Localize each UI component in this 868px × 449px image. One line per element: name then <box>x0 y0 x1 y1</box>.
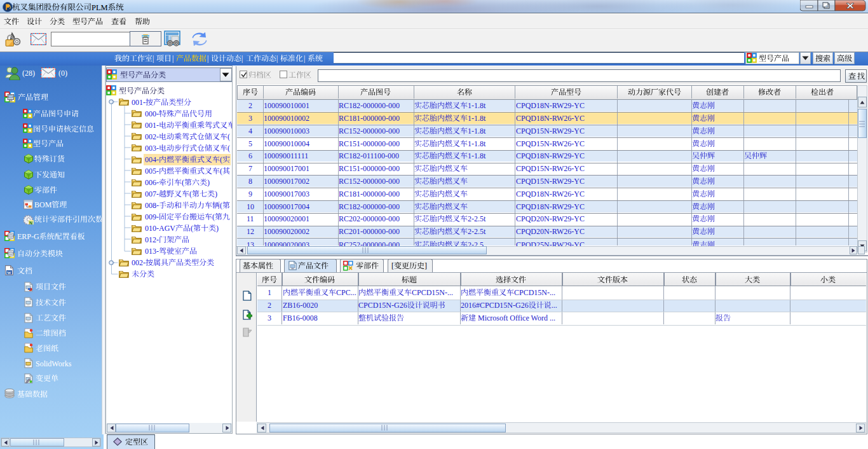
svg-text:10: 10 <box>247 202 254 211</box>
svg-text:|: | <box>241 54 243 63</box>
svg-text:|: | <box>172 54 173 63</box>
svg-text:CPQD15N-RW29-YC: CPQD15N-RW29-YC <box>516 127 585 135</box>
svg-text:008-: 008- <box>145 201 159 210</box>
svg-text:6: 6 <box>248 151 252 160</box>
svg-text:CPQD15N-RW26-YC: CPQD15N-RW26-YC <box>516 164 585 173</box>
svg-text:]: ] <box>424 261 427 270</box>
svg-text:): ) <box>207 178 210 187</box>
svg-text:BOM: BOM <box>34 200 52 209</box>
svg-text:RC152-000000-000: RC152-000000-000 <box>339 177 400 186</box>
svg-text:001-: 001- <box>132 98 146 107</box>
svg-text:3: 3 <box>268 314 271 322</box>
svg-text:100090010003: 100090010003 <box>264 127 309 135</box>
svg-text:100090017002: 100090017002 <box>264 177 309 186</box>
svg-text:(0): (0) <box>58 69 67 78</box>
svg-text:2-2.5t: 2-2.5t <box>468 214 486 223</box>
svg-text:002-: 002- <box>132 258 146 267</box>
svg-text:006-: 006- <box>145 178 159 187</box>
svg-text:FB16-0008: FB16-0008 <box>283 314 318 322</box>
svg-text:RC182-000000-000: RC182-000000-000 <box>339 101 400 110</box>
svg-text:009-: 009- <box>145 212 159 221</box>
svg-text:(: ( <box>212 212 215 221</box>
svg-text:CPCD15N-...: CPCD15N-... <box>514 288 555 297</box>
svg-text:2: 2 <box>268 301 271 310</box>
svg-text:RC201-000000-000: RC201-000000-000 <box>339 227 400 236</box>
svg-text:1-1.8t: 1-1.8t <box>468 127 486 135</box>
svg-text:(: ( <box>227 132 230 141</box>
svg-text:8: 8 <box>248 177 252 186</box>
svg-text:100090010001: 100090010001 <box>264 101 309 110</box>
svg-text:(: ( <box>189 190 192 198</box>
svg-text:001-: 001- <box>145 121 159 130</box>
svg-text:100090017001: 100090017001 <box>264 164 309 173</box>
svg-text:RC151-000000-000: RC151-000000-000 <box>339 139 400 148</box>
svg-text:(: ( <box>227 144 230 153</box>
svg-text:9: 9 <box>248 190 252 198</box>
svg-text:2016#CPCD15N-G26: 2016#CPCD15N-G26 <box>461 301 529 310</box>
svg-text:100090010004: 100090010004 <box>264 139 309 148</box>
svg-text:1: 1 <box>268 288 271 297</box>
svg-text:(: ( <box>220 155 222 164</box>
svg-text:): ) <box>216 224 219 233</box>
svg-text:CPCD15N-...: CPCD15N-... <box>412 288 453 297</box>
svg-text:|: | <box>207 54 208 63</box>
svg-text:Microsoft Office Word ...: Microsoft Office Word ... <box>476 314 555 322</box>
svg-text:013-: 013- <box>145 247 159 256</box>
svg-text:CPQD18N-RW26-YC: CPQD18N-RW26-YC <box>516 114 585 123</box>
svg-text:1-1.8t: 1-1.8t <box>468 139 486 148</box>
svg-text:(28): (28) <box>22 69 35 78</box>
svg-text:12: 12 <box>247 227 254 236</box>
svg-text:CPC...: CPC... <box>336 288 356 297</box>
svg-text:|: | <box>304 54 305 63</box>
svg-text:2: 2 <box>248 101 252 110</box>
svg-text:CPCD15N-G26: CPCD15N-G26 <box>358 301 407 310</box>
svg-text:100090017003: 100090017003 <box>264 190 309 198</box>
svg-text:CPQD18N-RW26-YC: CPQD18N-RW26-YC <box>516 190 585 198</box>
svg-text:...: ... <box>552 301 557 310</box>
svg-text:002-: 002- <box>145 132 159 141</box>
svg-text:RC151-000000-000: RC151-000000-000 <box>339 164 400 173</box>
svg-text:2-2.5t: 2-2.5t <box>468 227 486 236</box>
svg-text:000-: 000- <box>145 109 159 118</box>
svg-text:CPQD18N-RW29-YC: CPQD18N-RW29-YC <box>516 151 585 160</box>
svg-text:100090020002: 100090020002 <box>264 227 309 236</box>
svg-text:): ) <box>215 190 217 198</box>
svg-text:SolidWorks: SolidWorks <box>36 359 72 368</box>
svg-text:RC182-000000-000: RC182-000000-000 <box>339 202 400 211</box>
svg-text:RC181-000000-000: RC181-000000-000 <box>339 190 400 198</box>
svg-text:1-1.8t: 1-1.8t <box>468 151 486 160</box>
svg-text:ZB16-0020: ZB16-0020 <box>283 301 318 310</box>
svg-text:100090017004: 100090017004 <box>264 202 309 211</box>
svg-text:RC152-000000-000: RC152-000000-000 <box>339 127 400 135</box>
svg-text:|: | <box>153 54 154 63</box>
svg-text:100090010002: 100090010002 <box>264 114 309 123</box>
svg-text:[: [ <box>391 261 394 270</box>
svg-text:|: | <box>276 54 278 63</box>
svg-text:RC182-011100-000: RC182-011100-000 <box>339 151 399 160</box>
svg-text:11: 11 <box>247 214 254 223</box>
svg-text:005-: 005- <box>145 167 159 176</box>
svg-text:4: 4 <box>248 127 252 135</box>
svg-text:7: 7 <box>248 164 252 173</box>
svg-text:010-AGV: 010-AGV <box>145 224 175 233</box>
svg-text:(: ( <box>220 167 222 176</box>
svg-text:N: N <box>29 220 32 224</box>
svg-text:RC181-000000-000: RC181-000000-000 <box>339 114 400 123</box>
svg-text:3: 3 <box>248 114 252 123</box>
svg-text:5: 5 <box>248 139 252 148</box>
svg-text:W: W <box>7 270 11 275</box>
svg-text:ERP-G: ERP-G <box>17 232 39 241</box>
svg-text:1-1.8t: 1-1.8t <box>468 114 486 123</box>
svg-text:CPQD18N-RW29-YC: CPQD18N-RW29-YC <box>516 101 585 110</box>
svg-text:RC202-000000-000: RC202-000000-000 <box>339 214 400 223</box>
svg-text:(: ( <box>191 224 193 233</box>
svg-text:CPQD15N-RW26-YC: CPQD15N-RW26-YC <box>516 139 585 148</box>
svg-text:CPQD20N-RW29-YC: CPQD20N-RW29-YC <box>516 214 585 223</box>
svg-text:100090020001: 100090020001 <box>264 214 309 223</box>
svg-text:PLM: PLM <box>92 3 108 11</box>
svg-text:004-: 004- <box>145 155 159 164</box>
svg-text:100090011111: 100090011111 <box>264 151 308 160</box>
svg-text:(: ( <box>220 201 222 210</box>
svg-text:CPQD18N-RW29-YC: CPQD18N-RW29-YC <box>516 202 585 211</box>
svg-text:012-: 012- <box>145 235 159 244</box>
